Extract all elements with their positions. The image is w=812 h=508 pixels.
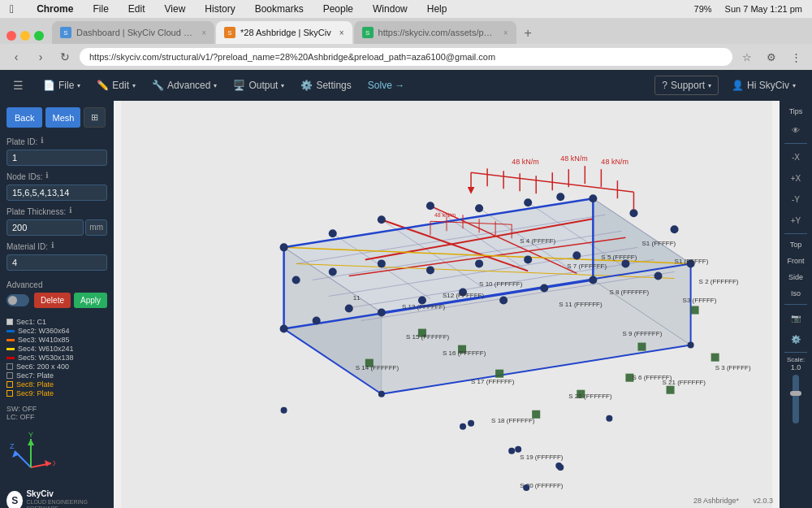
svg-point-53 xyxy=(654,271,663,280)
camera-button[interactable]: 📷 xyxy=(783,308,809,328)
svg-marker-7 xyxy=(28,439,34,445)
tab-favicon-2: S xyxy=(224,27,235,38)
maximize-window-btn[interactable] xyxy=(34,31,44,41)
iso-view-button[interactable]: Iso xyxy=(783,286,809,301)
advanced-toggle[interactable] xyxy=(6,294,29,306)
material-id-info-icon[interactable]: ℹ xyxy=(51,241,54,250)
menubar-help[interactable]: Help xyxy=(424,2,451,16)
node-ids-label: Node IDs: xyxy=(6,172,42,181)
thickness-input[interactable] xyxy=(6,219,84,236)
tab-ashbridge[interactable]: S *28 Ashbridge | SkyCiv × xyxy=(216,21,352,44)
svg-point-70 xyxy=(589,276,597,284)
menubar-window[interactable]: Window xyxy=(369,2,411,16)
svg-text:S 14 (FFFFFF): S 14 (FFFFFF) xyxy=(356,364,400,371)
viewport[interactable]: 48 kN/m 48 kN/m 48 kN/m 48 kN/m S 14 (FF… xyxy=(114,101,780,508)
menubar-history[interactable]: History xyxy=(201,2,238,16)
support-button[interactable]: ? Support ▾ xyxy=(654,76,719,95)
material-id-input[interactable] xyxy=(6,254,107,271)
back-button[interactable]: Back xyxy=(6,107,42,128)
svg-text:S 22 (FFFFFF): S 22 (FFFFFF) xyxy=(568,393,612,400)
menubar-chrome[interactable]: Chrome xyxy=(33,2,76,16)
front-view-button[interactable]: Front xyxy=(783,254,809,268)
plate-id-input[interactable] xyxy=(6,150,107,166)
eye-button[interactable]: 👁 xyxy=(783,120,809,140)
delete-button[interactable]: Delete xyxy=(34,293,71,308)
menubar-file[interactable]: File xyxy=(89,2,111,16)
thickness-label: Plate Thickness: xyxy=(6,207,66,216)
svg-point-64 xyxy=(345,305,353,313)
node-ids-info-icon[interactable]: ℹ xyxy=(45,171,49,180)
plate-id-info-icon[interactable]: ℹ xyxy=(41,136,44,145)
neg-x-button[interactable]: -X xyxy=(783,147,809,167)
menubar-right: 79% Sun 7 May 1:21 pm xyxy=(691,2,806,15)
tab-dashboard[interactable]: S Dashboard | SkyCiv Cloud En... × xyxy=(52,21,214,44)
apply-button[interactable]: Apply xyxy=(74,293,107,308)
svg-point-61 xyxy=(292,276,300,284)
menubar-view[interactable]: View xyxy=(162,2,189,16)
back-nav-btn[interactable]: ‹ xyxy=(6,47,26,67)
new-tab-btn[interactable]: + xyxy=(518,26,538,41)
svg-point-56 xyxy=(524,255,532,263)
svg-point-49 xyxy=(589,194,597,202)
menubar-edit[interactable]: Edit xyxy=(125,2,149,16)
minimize-window-btn[interactable] xyxy=(20,31,30,41)
tab-close-3[interactable]: × xyxy=(503,28,508,37)
scale-thumb[interactable] xyxy=(790,391,801,396)
legend-color-4 xyxy=(6,348,15,350)
menu-solve[interactable]: Solve → xyxy=(361,76,411,94)
tips-button[interactable]: Tips xyxy=(783,104,809,119)
refresh-btn[interactable]: ↻ xyxy=(55,47,75,67)
tab-assets[interactable]: S https://skyciv.com/assets/ph... × xyxy=(354,21,516,44)
header-menu: 📄 File ▾ ✏️ Edit ▾ 🔧 Advanced ▾ 🖥️ Outpu… xyxy=(37,76,411,94)
menu-advanced[interactable]: 🔧 Advanced ▾ xyxy=(145,76,223,94)
legend-color-8 xyxy=(6,381,13,388)
apple-menu[interactable]:  xyxy=(6,1,17,17)
more-btn[interactable]: ⋮ xyxy=(786,47,806,67)
neg-y-button[interactable]: -Y xyxy=(783,189,809,209)
settings-rt-button[interactable]: ⚙️ xyxy=(783,329,809,349)
tab-close-1[interactable]: × xyxy=(201,28,206,37)
grid-button[interactable]: ⊞ xyxy=(84,107,106,128)
mesh-button[interactable]: Mesh xyxy=(45,107,80,128)
menubar-bookmarks[interactable]: Bookmarks xyxy=(252,2,307,16)
user-button[interactable]: 👤 Hi SkyCiv ▾ xyxy=(725,76,802,94)
legend-color-5 xyxy=(6,357,15,359)
svg-rect-85 xyxy=(637,343,646,351)
node-ids-input[interactable] xyxy=(6,185,107,201)
datetime: Sun 7 May 1:21 pm xyxy=(722,2,806,15)
legend-color-7 xyxy=(6,372,13,379)
panel-btn-row: Back Mesh ⊞ xyxy=(6,107,107,128)
menu-file[interactable]: 📄 File ▾ xyxy=(37,76,87,94)
side-view-button[interactable]: Side xyxy=(783,270,809,284)
close-window-btn[interactable] xyxy=(6,31,16,41)
pos-x-button[interactable]: +X xyxy=(783,168,809,188)
svg-point-51 xyxy=(671,225,679,233)
menu-output[interactable]: 🖥️ Output ▾ xyxy=(227,76,291,94)
menubar-people[interactable]: People xyxy=(320,2,356,16)
svg-text:S 18 (FFFFFF): S 18 (FFFFFF) xyxy=(491,417,535,424)
svg-point-43 xyxy=(329,229,337,237)
thickness-info-icon[interactable]: ℹ xyxy=(69,206,72,215)
forward-nav-btn[interactable]: › xyxy=(31,47,50,67)
svg-point-42 xyxy=(280,243,288,251)
svg-text:S 7 (FFFFFF): S 7 (FFFFFF) xyxy=(567,263,607,270)
legend-item-4: Sec4: W610x241 xyxy=(6,345,107,353)
pos-y-button[interactable]: +Y xyxy=(783,211,809,230)
hamburger-menu[interactable]: ☰ xyxy=(10,76,27,95)
legend-item-5: Sec5: W530x138 xyxy=(6,354,107,362)
scale-slider[interactable] xyxy=(793,375,799,423)
settings-icon: ⚙️ xyxy=(300,80,313,91)
svg-point-65 xyxy=(378,309,386,317)
model-canvas[interactable]: 48 kN/m 48 kN/m 48 kN/m 48 kN/m S 14 (FF… xyxy=(114,101,780,508)
svg-point-139 xyxy=(515,446,521,453)
address-input[interactable] xyxy=(80,48,732,66)
legend-color-9 xyxy=(6,390,13,397)
menu-edit[interactable]: ✏️ Edit ▾ xyxy=(90,76,142,94)
bookmark-btn[interactable]: ☆ xyxy=(737,47,757,67)
menu-settings[interactable]: ⚙️ Settings xyxy=(294,76,357,94)
app-header: ☰ 📄 File ▾ ✏️ Edit ▾ 🔧 Advanced ▾ 🖥️ Out… xyxy=(0,70,812,101)
top-view-button[interactable]: Top xyxy=(783,237,809,252)
svg-point-60 xyxy=(329,267,337,276)
tab-close-2[interactable]: × xyxy=(339,28,344,37)
extensions-btn[interactable]: ⚙ xyxy=(762,47,781,67)
